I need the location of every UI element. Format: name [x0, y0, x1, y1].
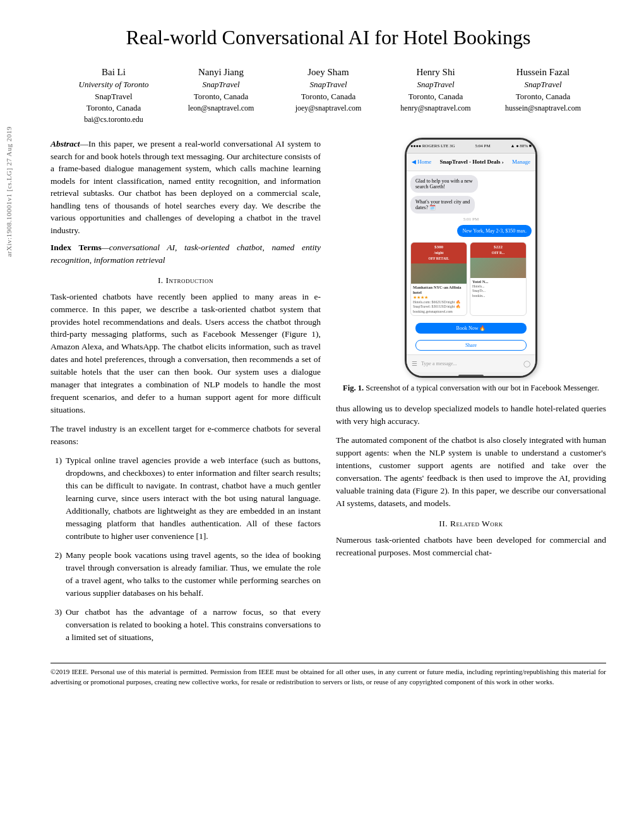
author-col-2: Joey Sham SnapTravel Toronto, Canada joe…: [275, 67, 382, 125]
phone-home-indicator: [458, 375, 484, 377]
left-column: Abstract—In this paper, we present a rea…: [51, 138, 321, 650]
phone-battery: ▲ ● 88% ■: [511, 143, 532, 148]
phone-time: 5:04 PM: [475, 143, 490, 148]
author-col-1: Nanyi Jiang SnapTravel Toronto, Canada l…: [167, 67, 275, 125]
index-terms-text: Index Terms—conversational AI, task-orie…: [51, 241, 321, 266]
hotel-card-2: $222OFF R... Yotel N... Hotels...SnapTr.…: [470, 242, 527, 316]
footer: ©2019 IEEE. Personal use of this materia…: [51, 663, 606, 687]
phone-status-bar: ●●●● ROGERS LTE 3G 5:04 PM ▲ ● 88% ■: [407, 140, 535, 154]
author-affil1-1: SnapTravel: [202, 80, 239, 89]
author-email-0: bai@cs.toronto.edu: [84, 115, 143, 124]
chat-bubble-2: What's your travel city anddates? 🗓️: [410, 196, 475, 214]
author-name-4: Hussein Fazal: [494, 67, 592, 78]
phone-nav-title: SnapTravel - Hotel Deals ›: [439, 159, 503, 165]
section2-heading: II. Related Work: [336, 519, 606, 529]
hotel-cards: $300/nightOFF RETAIL Manhattan NYC-an Af…: [410, 242, 532, 316]
share-btn[interactable]: Share: [415, 340, 527, 351]
list-num-1: 2): [51, 549, 62, 600]
paper-title: Real-world Conversational AI for Hotel B…: [51, 25, 606, 49]
chat-bubble-1: Glad to help you with a newsearch Gareth…: [410, 175, 478, 193]
author-name-1: Nanyi Jiang: [172, 67, 270, 78]
right-para1: thus allowing us to develop specialized …: [336, 402, 606, 428]
two-col-layout: Abstract—In this paper, we present a rea…: [51, 138, 606, 650]
hotel-card-1: $300/nightOFF RETAIL Manhattan NYC-an Af…: [410, 242, 467, 316]
intro-para2: The travel industry is an excellent targ…: [51, 423, 321, 448]
list-num-0: 1): [51, 454, 62, 543]
figure1-area: ●●●● ROGERS LTE 3G 5:04 PM ▲ ● 88% ■ ◀ H…: [336, 138, 606, 394]
phone-nav-back: ◀ Home: [412, 159, 431, 165]
author-email-2: joey@snaptravel.com: [295, 104, 362, 112]
author-name-3: Henry Shi: [387, 67, 484, 78]
author-loc-1: Toronto, Canada: [194, 92, 248, 101]
author-affil1-3: SnapTravel: [417, 80, 454, 89]
hotel-stars-1: ★★★★: [413, 295, 465, 300]
arxiv-label: arXiv:1908.10001v1 [cs.LG] 27 Aug 2019: [5, 126, 13, 257]
list-item-0: 1) Typical online travel agencies provid…: [51, 454, 321, 543]
abstract-body: —In this paper, we present a real-world …: [51, 139, 321, 235]
list-content-2: Our chatbot has the advantage of a narro…: [66, 606, 321, 644]
abstract-block: Abstract—In this paper, we present a rea…: [51, 138, 321, 267]
book-now-btn[interactable]: Book Now 🔥: [415, 323, 527, 334]
abstract-text: Abstract—In this paper, we present a rea…: [51, 138, 321, 237]
list-content-1: Many people book vacations using travel …: [66, 549, 321, 600]
hotel-card-2-img: [470, 258, 526, 278]
author-affil1-2: SnapTravel: [309, 80, 347, 89]
section2-para: Numerous task-oriented chatbots have bee…: [336, 534, 606, 559]
figure-caption-text: Screenshot of a typical conversation wit…: [366, 384, 599, 392]
figure-caption-label: Fig. 1.: [343, 384, 364, 392]
phone-input-placeholder: Type a message...: [421, 361, 457, 366]
section1-heading: I. Introduction: [51, 275, 321, 286]
phone-input-bar: ☰ Type a message... ◯: [407, 354, 535, 372]
phone-mockup: ●●●● ROGERS LTE 3G 5:04 PM ▲ ● 88% ■ ◀ H…: [405, 138, 537, 378]
authors-grid: Bai Li University of Toronto SnapTravel …: [51, 67, 606, 125]
hotel-card-1-price: $300/nightOFF RETAIL: [411, 243, 467, 263]
author-email-3: henry@snaptravel.com: [400, 104, 470, 112]
list-num-2: 3): [51, 606, 62, 644]
phone-nav-manage: Manage: [512, 159, 530, 165]
hotel-card-1-info: Manhattan NYC-an Affinia hotel ★★★★ Hote…: [411, 284, 467, 315]
footer-text: ©2019 IEEE. Personal use of this materia…: [51, 668, 606, 686]
phone-chat-area: Glad to help you with a newsearch Gareth…: [407, 171, 535, 354]
author-col-4: Hussein Fazal SnapTravel Toronto, Canada…: [489, 67, 597, 125]
author-loc-0: Toronto, Canada: [86, 103, 141, 112]
right-column: ●●●● ROGERS LTE 3G 5:04 PM ▲ ● 88% ■ ◀ H…: [336, 138, 606, 650]
author-email-4: hussein@snaptravel.com: [505, 104, 581, 112]
author-name-2: Joey Sham: [280, 67, 377, 78]
list-content-0: Typical online travel agencies provide a…: [66, 454, 321, 543]
abstract-label: Abstract: [51, 139, 80, 148]
figure1-caption: Fig. 1. Screenshot of a typical conversa…: [343, 383, 599, 394]
index-terms-label: Index Terms: [51, 243, 102, 252]
author-name-0: Bai Li: [65, 67, 162, 78]
author-affil2-0: SnapTravel: [95, 92, 132, 101]
list-item-1: 2) Many people book vacations using trav…: [51, 549, 321, 600]
list-item-2: 3) Our chatbot has the advantage of a na…: [51, 606, 321, 644]
chat-timestamp: 5:01 PM: [410, 217, 532, 222]
reasons-list: 1) Typical online travel agencies provid…: [51, 454, 321, 644]
author-affil1-0: University of Toronto: [79, 80, 149, 89]
phone-nav-bar: ◀ Home SnapTravel - Hotel Deals › Manage: [407, 154, 535, 171]
author-loc-4: Toronto, Canada: [516, 92, 570, 101]
author-loc-3: Toronto, Canada: [408, 92, 463, 101]
author-loc-2: Toronto, Canada: [301, 92, 355, 101]
author-col-0: Bai Li University of Toronto SnapTravel …: [60, 67, 167, 125]
author-email-1: leon@snaptravel.com: [188, 104, 254, 112]
hotel-card-1-img: [411, 263, 467, 284]
intro-para1: Task-oriented chatbots have recently bee…: [51, 291, 321, 417]
hotel-card-2-price: $222OFF R...: [470, 243, 526, 258]
author-affil1-4: SnapTravel: [524, 80, 561, 89]
phone-home-bar: [407, 372, 535, 378]
right-para2: The automated component of the chatbot i…: [336, 434, 606, 510]
chat-bubble-3: New York, May 2-3, $350 max.: [457, 225, 532, 237]
phone-signal: ●●●● ROGERS LTE 3G: [410, 143, 455, 148]
hotel-card-2-info: Yotel N... Hotels...SnapTr...bookin...: [470, 278, 526, 299]
author-col-3: Henry Shi SnapTravel Toronto, Canada hen…: [382, 67, 489, 125]
